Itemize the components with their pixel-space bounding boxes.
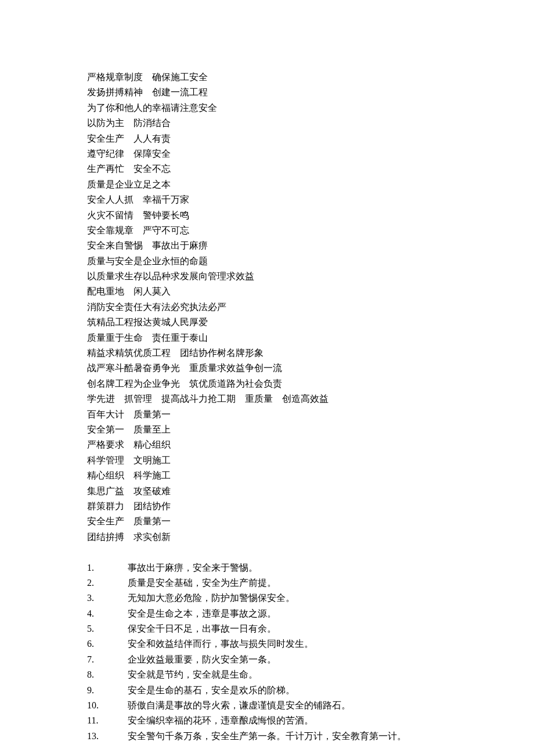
list-item: 1.事故出于麻痹，安全来于警惕。 [87,560,447,575]
slogan-line: 筑精品工程报达黄城人民厚爱 [87,315,447,330]
slogan-line: 战严寒斗酷暑奋勇争光 重质量求效益争创一流 [87,361,447,376]
slogan-line: 安全来自警惕 事故出于麻痹 [87,238,447,253]
slogan-block: 严格规章制度 确保施工安全发扬拼搏精神 创建一流工程为了你和他人的幸福请注意安全… [87,70,447,545]
list-item: 2.质量是安全基础，安全为生产前提。 [87,575,447,591]
slogan-line: 严格规章制度 确保施工安全 [87,70,447,85]
list-item-number: 9. [87,683,128,698]
slogan-line: 科学管理 文明施工 [87,453,447,468]
slogan-line: 以防为主 防消结合 [87,116,447,131]
list-item-text: 安全编织幸福的花环，违章酿成悔恨的苦酒。 [128,713,313,728]
slogan-line: 发扬拼搏精神 创建一流工程 [87,85,447,100]
list-item-number: 1. [87,560,128,575]
slogan-line: 质量重于生命 责任重于泰山 [87,330,447,345]
list-item: 13.安全警句千条万条，安全生产第一条。千计万计，安全教育第一计。 [87,729,447,744]
list-item-text: 骄傲自满是事故的导火索，谦虚谨慎是安全的铺路石。 [128,698,351,713]
list-item: 8.安全就是节约，安全就是生命。 [87,667,447,682]
slogan-line: 集思广益 攻坚破难 [87,484,447,499]
list-item-text: 无知加大意必危险，防护加警惕保安全。 [128,591,295,606]
slogan-line: 团结拚搏 求实创新 [87,530,447,545]
list-item-text: 质量是安全基础，安全为生产前提。 [128,575,276,591]
list-item-text: 安全就是节约，安全就是生命。 [128,667,258,682]
list-item-number: 13. [87,729,128,744]
list-item-number: 2. [87,575,128,591]
slogan-line: 百年大计 质量第一 [87,407,447,422]
list-item-text: 安全是生命之本，违章是事故之源。 [128,606,276,621]
list-item: 6.安全和效益结伴而行，事故与损失同时发生。 [87,636,447,651]
list-item-number: 6. [87,636,128,651]
slogan-line: 安全生产 人人有责 [87,131,447,146]
slogan-line: 学先进 抓管理 提高战斗力抢工期 重质量 创造高效益 [87,391,447,406]
list-item-text: 安全和效益结伴而行，事故与损失同时发生。 [128,636,313,651]
slogan-line: 精益求精筑优质工程 团结协作树名牌形象 [87,345,447,361]
slogan-line: 精心组织 科学施工 [87,468,447,483]
list-item-text: 保安全千日不足，出事故一日有余。 [128,621,276,636]
slogan-line: 创名牌工程为企业争光 筑优质道路为社会负责 [87,376,447,391]
slogan-line: 以质量求生存以品种求发展向管理求效益 [87,269,447,284]
slogan-line: 质量是企业立足之本 [87,177,447,192]
list-item-text: 企业效益最重要，防火安全第一条。 [128,652,276,667]
list-item-number: 10. [87,698,128,713]
list-item: 3.无知加大意必危险，防护加警惕保安全。 [87,591,447,606]
slogan-line: 质量与安全是企业永恒的命题 [87,254,447,269]
slogan-line: 安全第一 质量至上 [87,422,447,437]
numbered-list-block: 1.事故出于麻痹，安全来于警惕。2.质量是安全基础，安全为生产前提。3.无知加大… [87,560,447,744]
slogan-line: 火灾不留情 警钟要长鸣 [87,208,447,223]
slogan-line: 遵守纪律 保障安全 [87,146,447,161]
slogan-line: 安全靠规章 严守不可忘 [87,223,447,238]
slogan-line: 消防安全责任大有法必究执法必严 [87,300,447,315]
list-item-number: 8. [87,667,128,682]
list-item: 5.保安全千日不足，出事故一日有余。 [87,621,447,636]
list-item-number: 11. [87,713,128,728]
list-item-number: 4. [87,606,128,621]
list-item-text: 安全警句千条万条，安全生产第一条。千计万计，安全教育第一计。 [128,729,406,744]
list-item-text: 安全是生命的基石，安全是欢乐的阶梯。 [128,683,295,698]
list-item-number: 5. [87,621,128,636]
list-item: 9.安全是生命的基石，安全是欢乐的阶梯。 [87,683,447,698]
slogan-line: 安全生产 质量第一 [87,514,447,529]
blank-line [87,545,447,560]
list-item-number: 7. [87,652,128,667]
slogan-line: 配电重地 闲人莫入 [87,284,447,299]
list-item-text: 事故出于麻痹，安全来于警惕。 [128,560,258,575]
list-item: 7.企业效益最重要，防火安全第一条。 [87,652,447,667]
slogan-line: 群策群力 团结协作 [87,499,447,514]
slogan-line: 安全人人抓 幸福千万家 [87,192,447,207]
document-page: 严格规章制度 确保施工安全发扬拼搏精神 创建一流工程为了你和他人的幸福请注意安全… [0,0,534,756]
slogan-line: 严格要求 精心组织 [87,437,447,452]
list-item-number: 3. [87,591,128,606]
list-item: 10.骄傲自满是事故的导火索，谦虚谨慎是安全的铺路石。 [87,698,447,713]
list-item: 11.安全编织幸福的花环，违章酿成悔恨的苦酒。 [87,713,447,728]
list-item: 4.安全是生命之本，违章是事故之源。 [87,606,447,621]
slogan-line: 为了你和他人的幸福请注意安全 [87,100,447,116]
slogan-line: 生产再忙 安全不忘 [87,161,447,177]
